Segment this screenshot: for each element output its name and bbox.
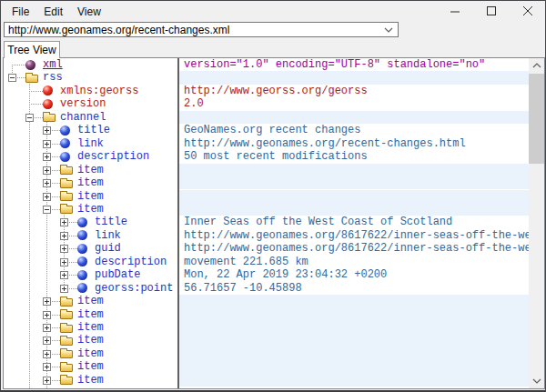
value-row[interactable]: http://www.geonames.org/8617622/inner-se…: [179, 229, 529, 242]
tree-row[interactable]: link: [4, 229, 177, 242]
value-row[interactable]: [179, 111, 529, 124]
value-row[interactable]: [179, 347, 529, 360]
menu-item-edit[interactable]: Edit: [36, 3, 70, 21]
value-row[interactable]: Inner Seas off the West Coast of Scotlan…: [179, 216, 529, 228]
value-row[interactable]: http://www.geonames.org/recent-changes.h…: [179, 137, 529, 150]
tree-row[interactable]: item: [4, 360, 177, 373]
close-button[interactable]: [514, 2, 541, 20]
menu-item-view[interactable]: View: [70, 3, 108, 21]
value-row[interactable]: [179, 71, 529, 84]
window-controls: [441, 2, 541, 20]
expand-plus-icon[interactable]: [60, 258, 68, 266]
tree-row[interactable]: item: [4, 374, 177, 387]
minimize-icon: [450, 5, 460, 16]
value-row[interactable]: [179, 321, 529, 334]
value-row[interactable]: [179, 308, 529, 321]
value-row[interactable]: [179, 360, 529, 373]
scroll-down-button[interactable]: [529, 374, 544, 388]
expand-plus-icon[interactable]: [43, 297, 51, 306]
value-row[interactable]: http://www.georss.org/georss: [179, 85, 529, 97]
tree-node-label: item: [77, 360, 104, 373]
tab-tree-view[interactable]: Tree View: [4, 41, 60, 58]
chevron-up-icon: [532, 63, 541, 68]
tree-row[interactable]: channel: [4, 111, 177, 124]
tree-row[interactable]: item: [4, 334, 177, 347]
expand-plus-icon[interactable]: [43, 126, 51, 135]
value-row[interactable]: 56.71657 -10.45898: [179, 282, 529, 295]
value-row[interactable]: Mon, 22 Apr 2019 23:04:32 +0200: [179, 268, 529, 281]
expand-plus-icon[interactable]: [60, 232, 68, 240]
url-combobox[interactable]: http://www.geonames.org/recent-changes.x…: [4, 22, 399, 37]
element-icon: [77, 244, 87, 254]
attribute-icon: [43, 85, 53, 95]
tree-row[interactable]: link: [4, 137, 177, 150]
value-row[interactable]: [179, 190, 529, 203]
collapse-minus-icon[interactable]: [25, 114, 34, 122]
expand-plus-icon[interactable]: [43, 311, 51, 319]
tree-row[interactable]: xml: [4, 58, 177, 71]
combobox-dropdown-button[interactable]: [379, 27, 398, 33]
tree-row[interactable]: item: [4, 164, 177, 176]
tree-node-label: xml: [43, 58, 63, 71]
tree-node-label: item: [77, 321, 104, 334]
chevron-down-icon: [384, 27, 393, 33]
tree-row[interactable]: title: [4, 124, 177, 136]
expand-plus-icon[interactable]: [43, 337, 51, 345]
tree-row[interactable]: guid: [4, 242, 177, 255]
value-row[interactable]: [179, 334, 529, 347]
vertical-scrollbar[interactable]: [529, 58, 544, 388]
expand-plus-icon[interactable]: [43, 363, 51, 371]
scrollbar-thumb[interactable]: [529, 74, 544, 164]
tree-row[interactable]: item: [4, 308, 177, 321]
value-row[interactable]: 50 most recent modifications: [179, 150, 529, 163]
expand-plus-icon[interactable]: [60, 271, 68, 279]
tree-row[interactable]: item: [4, 203, 177, 216]
maximize-button[interactable]: [478, 2, 505, 20]
expand-plus-icon[interactable]: [60, 285, 68, 293]
scroll-up-button[interactable]: [529, 58, 544, 73]
expand-plus-icon[interactable]: [43, 153, 51, 161]
value-row[interactable]: [179, 374, 529, 387]
value-row[interactable]: 2.0: [179, 97, 529, 110]
expand-plus-icon[interactable]: [43, 140, 51, 148]
value-row[interactable]: movement 221.685 km: [179, 256, 529, 268]
tree-node-label: rss: [43, 71, 63, 84]
folder-icon: [60, 325, 73, 333]
expand-plus-icon[interactable]: [43, 350, 51, 358]
tree-row[interactable]: xmlns:georss: [4, 85, 177, 97]
value-row[interactable]: version="1.0" encoding="UTF-8" standalon…: [179, 58, 529, 71]
expand-plus-icon[interactable]: [60, 218, 68, 226]
value-pane: version="1.0" encoding="UTF-8" standalon…: [179, 58, 529, 388]
tree-node-label: version: [60, 97, 106, 110]
tree-row[interactable]: item: [4, 347, 177, 360]
tree-row[interactable]: pubDate: [4, 268, 177, 281]
expand-plus-icon[interactable]: [43, 324, 51, 332]
collapse-minus-icon[interactable]: [43, 206, 51, 214]
folder-icon: [60, 350, 73, 358]
expand-plus-icon[interactable]: [43, 193, 51, 201]
value-row[interactable]: GeoNames.org recent changes: [179, 124, 529, 136]
expand-plus-icon[interactable]: [43, 166, 51, 175]
tree-row[interactable]: item: [4, 321, 177, 334]
value-row[interactable]: [179, 176, 529, 189]
tree-row[interactable]: rss: [4, 71, 177, 84]
minimize-button[interactable]: [441, 2, 469, 20]
expand-plus-icon[interactable]: [43, 179, 51, 187]
expand-plus-icon[interactable]: [43, 377, 51, 385]
menu-item-file[interactable]: File: [5, 3, 36, 21]
tree-row[interactable]: description: [4, 150, 177, 163]
tree-node-label: item: [77, 203, 104, 216]
tree-row[interactable]: item: [4, 176, 177, 189]
tree-row[interactable]: version: [4, 97, 177, 110]
tree-row[interactable]: item: [4, 295, 177, 307]
value-row[interactable]: [179, 203, 529, 216]
value-row[interactable]: [179, 295, 529, 307]
tree-row[interactable]: title: [4, 216, 177, 228]
tree-row[interactable]: item: [4, 190, 177, 203]
value-row[interactable]: http://www.geonames.org/8617622/inner-se…: [179, 242, 529, 255]
collapse-minus-icon[interactable]: [8, 74, 16, 82]
value-row[interactable]: [179, 164, 529, 176]
tree-row[interactable]: description: [4, 256, 177, 268]
expand-plus-icon[interactable]: [60, 245, 68, 253]
tree-row[interactable]: georss:point: [4, 282, 177, 295]
